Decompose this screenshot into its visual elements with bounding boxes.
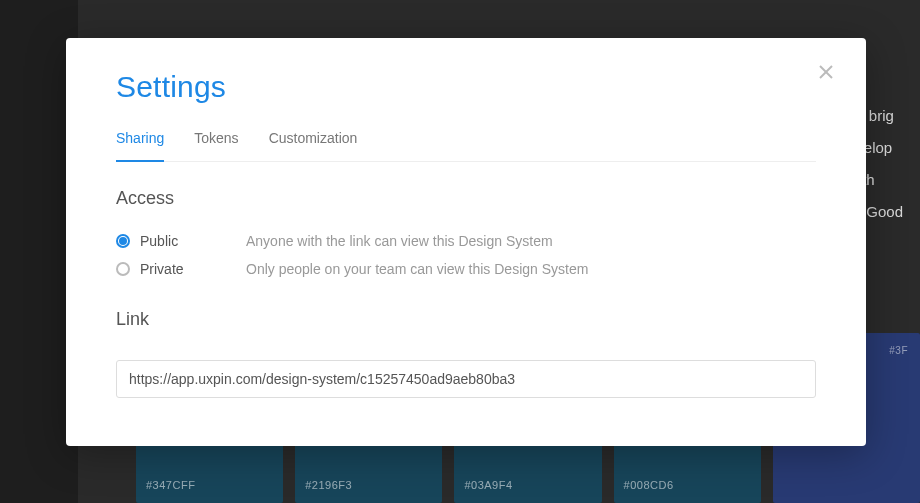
radio-public[interactable] bbox=[116, 234, 130, 248]
tab-bar: Sharing Tokens Customization bbox=[116, 130, 816, 162]
link-input[interactable] bbox=[116, 360, 816, 398]
radio-label-public: Public bbox=[140, 233, 246, 249]
modal-title: Settings bbox=[116, 70, 816, 104]
close-button[interactable] bbox=[814, 60, 838, 84]
modal-body: Access Public Anyone with the link can v… bbox=[66, 162, 866, 446]
modal-header: Settings Sharing Tokens Customization bbox=[66, 38, 866, 162]
modal-overlay: Settings Sharing Tokens Customization Ac… bbox=[0, 0, 920, 503]
access-option-private[interactable]: Private Only people on your team can vie… bbox=[116, 255, 816, 283]
link-section: Link bbox=[116, 309, 816, 398]
link-heading: Link bbox=[116, 309, 816, 330]
radio-desc-public: Anyone with the link can view this Desig… bbox=[246, 233, 553, 249]
tab-tokens[interactable]: Tokens bbox=[194, 130, 238, 162]
tab-sharing[interactable]: Sharing bbox=[116, 130, 164, 162]
access-section: Access Public Anyone with the link can v… bbox=[116, 188, 816, 283]
radio-private[interactable] bbox=[116, 262, 130, 276]
radio-label-private: Private bbox=[140, 261, 246, 277]
tab-customization[interactable]: Customization bbox=[269, 130, 358, 162]
settings-modal: Settings Sharing Tokens Customization Ac… bbox=[66, 38, 866, 446]
access-option-public[interactable]: Public Anyone with the link can view thi… bbox=[116, 227, 816, 255]
close-icon bbox=[817, 63, 835, 81]
radio-desc-private: Only people on your team can view this D… bbox=[246, 261, 588, 277]
access-heading: Access bbox=[116, 188, 816, 209]
